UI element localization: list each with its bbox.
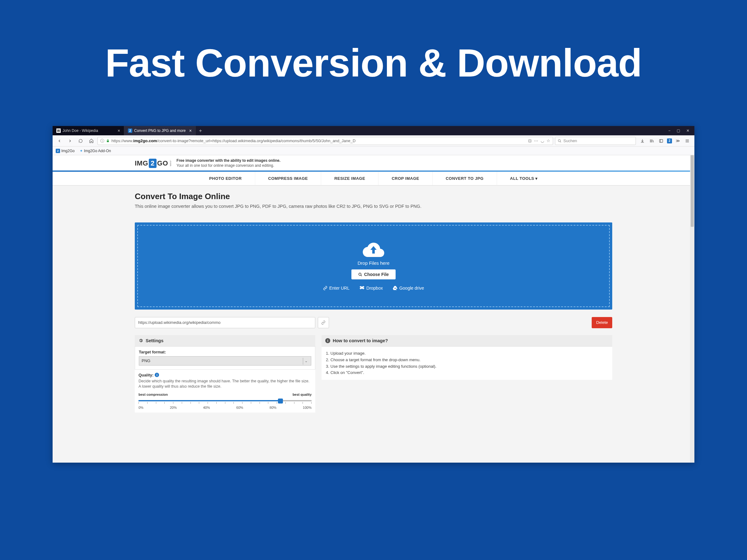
page-title: Convert To Image Online <box>135 192 612 201</box>
toolbar-end: 2 ≫ <box>638 137 692 144</box>
bookmark-label: Img2Go Add-On <box>84 149 111 153</box>
svg-rect-0 <box>107 141 109 142</box>
list-item: 3.Use the settings to apply image editin… <box>326 364 608 370</box>
img2go-favicon-icon: 2 <box>128 129 132 133</box>
close-icon[interactable]: × <box>189 128 192 133</box>
info-icon: i <box>325 338 330 343</box>
more-icon[interactable]: ⋯ <box>534 138 538 143</box>
img2go-favicon-icon: 2 <box>56 149 60 153</box>
bookmark-img2go-addon[interactable]: ✦ Img2Go Add-On <box>80 149 111 153</box>
new-tab-button[interactable]: ＋ <box>196 126 205 135</box>
url-text: https://www.img2go.com/convert-to-image?… <box>111 138 524 143</box>
reload-button[interactable] <box>76 137 85 145</box>
site-logo[interactable]: IMG 2 GO .com <box>135 159 172 168</box>
pocket-icon[interactable]: ◡ <box>541 138 544 143</box>
svg-line-2 <box>560 141 561 142</box>
window-titlebar: W John Doe - Wikipedia × 2 Convert PNG t… <box>53 126 694 135</box>
wikipedia-favicon-icon: W <box>56 129 61 133</box>
addon-icon: ✦ <box>80 149 83 153</box>
nav-crop-image[interactable]: CROP IMAGE <box>379 172 433 185</box>
tab-label: Convert PNG to JPG and more <box>134 129 185 133</box>
quality-slider[interactable] <box>138 398 312 404</box>
reader-icon[interactable]: ⊡ <box>528 138 532 143</box>
dropzone-border <box>137 225 610 307</box>
library-icon[interactable] <box>648 137 655 144</box>
overflow-icon[interactable]: ≫ <box>674 137 681 144</box>
scrollbar[interactable] <box>690 155 694 463</box>
svg-point-1 <box>558 139 561 141</box>
file-dropzone[interactable]: Drop Files here Choose File Enter URL <box>135 222 612 310</box>
settings-and-howto: Settings Target format: PNG ⌄ Quality: <box>135 335 612 412</box>
link-icon-button[interactable] <box>318 317 329 328</box>
tab-strip: W John Doe - Wikipedia × 2 Convert PNG t… <box>53 126 663 135</box>
downloads-icon[interactable] <box>639 137 646 144</box>
remote-url-field[interactable]: https://upload.wikimedia.org/wikipedia/c… <box>135 317 315 328</box>
maximize-button[interactable]: ▢ <box>677 129 680 133</box>
sidebar-icon[interactable] <box>658 137 665 144</box>
quality-min-label: best compression <box>138 393 168 396</box>
forward-button[interactable] <box>66 137 74 145</box>
site-tagline: Free image converter with the ability to… <box>177 158 280 168</box>
lock-icon <box>106 139 109 143</box>
svg-rect-3 <box>660 139 663 142</box>
browser-window: W John Doe - Wikipedia × 2 Convert PNG t… <box>53 126 694 463</box>
site-header: IMG 2 GO .com Free image converter with … <box>135 155 612 170</box>
delete-button[interactable]: Delete <box>592 317 612 328</box>
list-item: 1.Upload your image. <box>326 350 608 357</box>
home-button[interactable] <box>87 137 96 145</box>
tab-wikipedia[interactable]: W John Doe - Wikipedia × <box>53 126 124 135</box>
bookmark-img2go[interactable]: 2 Img2Go <box>56 149 75 153</box>
gear-icon <box>138 338 143 343</box>
quality-description: Decide which quality the resulting image… <box>138 379 312 390</box>
window-controls: − ▢ ✕ <box>663 126 694 135</box>
menu-button[interactable] <box>684 137 691 144</box>
list-item: 4.Click on "Convert". <box>326 370 608 376</box>
page-description: This online image converter allows you t… <box>135 203 496 210</box>
quality-label: Quality: <box>138 373 153 377</box>
quality-panel: Quality: i Decide which quality the resu… <box>135 370 315 412</box>
howto-panel: i How to convert to image? 1.Upload your… <box>321 335 612 412</box>
address-bar[interactable]: ⓘ https://www.img2go.com/convert-to-imag… <box>97 137 553 145</box>
search-bar[interactable]: Suchen <box>555 137 636 145</box>
nav-all-tools[interactable]: ALL TOOLS <box>497 172 551 185</box>
url-input-row: https://upload.wikimedia.org/wikipedia/c… <box>135 317 612 328</box>
close-window-button[interactable]: ✕ <box>686 129 689 133</box>
info-icon[interactable]: i <box>155 373 159 377</box>
marketing-headline: Fast Conversion & Download <box>0 41 747 85</box>
nav-resize-image[interactable]: RESIZE IMAGE <box>321 172 379 185</box>
star-icon[interactable]: ☆ <box>546 138 550 143</box>
howto-head-label: How to convert to image? <box>333 338 388 343</box>
quality-max-label: best quality <box>292 393 312 396</box>
logo-block-icon: 2 <box>149 159 157 168</box>
target-format-label: Target format: <box>135 347 315 356</box>
back-button[interactable] <box>55 137 64 145</box>
browser-toolbar: ⓘ https://www.img2go.com/convert-to-imag… <box>53 135 694 146</box>
minimize-button[interactable]: − <box>668 129 670 133</box>
extension-icon[interactable]: 2 <box>667 138 672 143</box>
settings-head-label: Settings <box>146 338 163 343</box>
nav-photo-editor[interactable]: PHOTO EDITOR <box>196 172 255 185</box>
slider-scale: 0% 20% 40% 60% 80% 100% <box>138 406 312 409</box>
settings-panel: Settings Target format: PNG ⌄ Quality: <box>135 335 315 412</box>
primary-nav: PHOTO EDITOR COMPRESS IMAGE RESIZE IMAGE… <box>53 172 694 185</box>
slider-thumb[interactable] <box>278 399 283 403</box>
nav-convert-to-jpg[interactable]: CONVERT TO JPG <box>433 172 497 185</box>
tab-label: John Doe - Wikipedia <box>62 129 98 133</box>
target-format-select[interactable]: PNG ⌄ <box>139 356 311 366</box>
list-item: 2.Choose a target format from the drop-d… <box>326 357 608 364</box>
search-icon <box>558 139 562 143</box>
tab-img2go[interactable]: 2 Convert PNG to JPG and more × <box>124 126 196 135</box>
bookmark-label: Img2Go <box>61 149 75 153</box>
search-placeholder: Suchen <box>563 138 577 143</box>
info-icon: ⓘ <box>100 138 104 144</box>
bookmarks-bar: 2 Img2Go ✦ Img2Go Add-On <box>53 146 694 155</box>
scrollbar-thumb[interactable] <box>691 155 694 227</box>
page-content: IMG 2 GO .com Free image converter with … <box>53 155 694 463</box>
howto-steps: 1.Upload your image. 2.Choose a target f… <box>321 347 612 380</box>
close-icon[interactable]: × <box>118 128 120 133</box>
chevron-down-icon: ⌄ <box>303 358 309 365</box>
nav-compress-image[interactable]: COMPRESS IMAGE <box>255 172 321 185</box>
